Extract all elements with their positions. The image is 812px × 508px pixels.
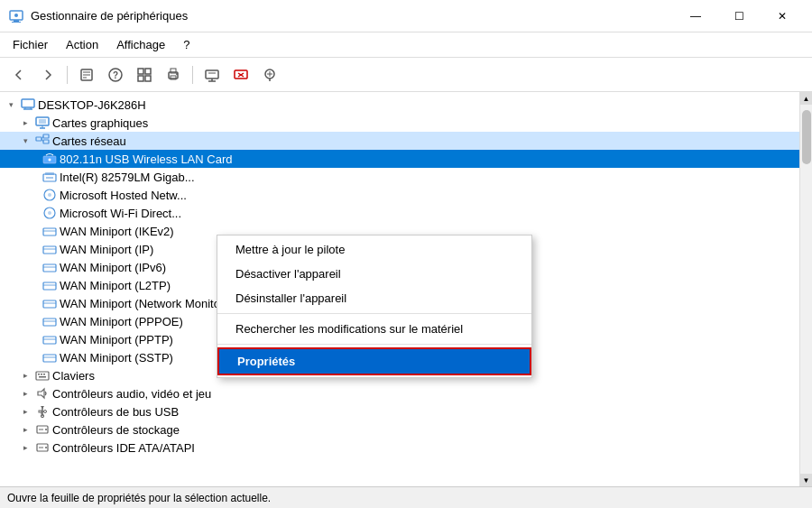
expand-audio[interactable]: ▸ [18, 386, 32, 401]
svg-rect-12 [138, 76, 143, 81]
tree-item-wireless[interactable]: 802.11n USB Wireless LAN Card [0, 150, 799, 168]
tree-item-audio[interactable]: ▸ Contrôleurs audio, vidéo et jeu [0, 384, 799, 402]
keyboard-icon [35, 368, 50, 383]
menu-aide[interactable]: ? [174, 34, 198, 55]
expand-ide[interactable]: ▸ [18, 440, 32, 455]
svg-rect-65 [38, 374, 40, 375]
ctx-scan-hardware[interactable]: Rechercher les modifications sur le maté… [217, 317, 531, 341]
wireless-label: 802.11n USB Wireless LAN Card [60, 152, 232, 166]
audio-icon [35, 386, 50, 401]
wan-ikev2-label: WAN Miniport (IKEv2) [60, 225, 174, 238]
print-button[interactable] [160, 62, 187, 88]
tree-item-usb[interactable]: ▸ Contrôleurs de bus USB [0, 402, 799, 420]
menu-action[interactable]: Action [57, 34, 107, 55]
svg-rect-64 [36, 372, 49, 380]
svg-point-45 [48, 193, 51, 197]
main-area: ▾ DESKTOP-J6K286H ▸ [0, 92, 812, 486]
stockage-label: Contrôleurs de stockage [52, 423, 180, 437]
window-controls: — ☐ ✕ [675, 3, 803, 30]
svg-point-47 [48, 211, 51, 215]
no-expand [32, 314, 40, 328]
menu-affichage[interactable]: Affichage [107, 34, 174, 55]
tree-item-ide[interactable]: ▸ Contrôleurs IDE ATA/ATAPI [0, 439, 799, 457]
ctx-uninstall-device[interactable]: Désinstaller l'appareil [217, 286, 531, 310]
ms-hosted-label: Microsoft Hosted Netw... [60, 189, 187, 202]
wireless-icon [42, 152, 57, 166]
display-icon [35, 115, 50, 130]
ctx-properties[interactable]: Propriétés [217, 347, 531, 375]
intel-label: Intel(R) 82579LM Gigab... [60, 171, 195, 184]
ms-wifi-label: Microsoft Wi-Fi Direct... [60, 207, 181, 220]
scroll-thumb[interactable] [802, 110, 811, 164]
svg-rect-43 [45, 172, 54, 175]
expand-claviers[interactable]: ▸ [18, 368, 32, 383]
scan-button[interactable] [256, 62, 283, 88]
tree-item-cartes-graphiques[interactable]: ▸ Cartes graphiques [0, 114, 799, 132]
svg-point-17 [176, 73, 178, 75]
tree-item-stockage[interactable]: ▸ Contrôleurs de stockage [0, 420, 799, 439]
ide-icon [35, 440, 50, 455]
svg-rect-31 [39, 119, 46, 124]
wan-netmon-label: WAN Miniport (Network Monitor) [60, 297, 228, 310]
expand-cartes-graphiques[interactable]: ▸ [18, 115, 32, 130]
scrollbar[interactable]: ▲ ▼ [799, 92, 812, 486]
scroll-down-button[interactable]: ▼ [800, 474, 813, 486]
svg-rect-2 [12, 22, 21, 23]
network-button[interactable] [198, 62, 226, 88]
close-button[interactable]: ✕ [761, 3, 803, 30]
back-button[interactable] [5, 62, 32, 88]
expand-stockage[interactable]: ▸ [18, 422, 32, 437]
minimize-button[interactable]: — [675, 3, 716, 30]
ctx-disable-device[interactable]: Désactiver l'appareil [217, 262, 531, 286]
wan-icon-1 [42, 224, 57, 238]
device-tree[interactable]: ▾ DESKTOP-J6K286H ▸ [0, 92, 799, 486]
tree-root-label: DESKTOP-J6K286H [38, 98, 146, 112]
svg-rect-35 [43, 134, 49, 138]
tree-root[interactable]: ▾ DESKTOP-J6K286H [0, 96, 799, 114]
claviers-label: Claviers [52, 369, 95, 383]
svg-rect-26 [22, 99, 34, 107]
cartes-graphiques-label: Cartes graphiques [52, 116, 148, 130]
tree-item-intel[interactable]: Intel(R) 82579LM Gigab... [0, 168, 799, 186]
maximize-button[interactable]: ☐ [718, 3, 760, 30]
help-button[interactable]: ? [102, 62, 129, 88]
toolbar: ? [0, 58, 812, 92]
wan-icon-5 [42, 296, 57, 310]
no-expand [32, 242, 40, 256]
svg-point-3 [14, 14, 18, 17]
forward-button[interactable] [34, 62, 61, 88]
ctx-sep-2 [217, 344, 531, 345]
scroll-up-button[interactable]: ▲ [800, 92, 813, 105]
expand-cartes-reseau[interactable]: ▾ [18, 134, 32, 148]
storage-icon [35, 422, 50, 437]
expand-root[interactable]: ▾ [4, 97, 18, 112]
status-text: Ouvre la feuille de propriétés pour la s… [7, 492, 271, 504]
scroll-track [800, 105, 812, 474]
expand-usb[interactable]: ▸ [18, 404, 32, 419]
wan-ipv6-label: WAN Miniport (IPv6) [60, 261, 166, 274]
menu-fichier[interactable]: Fichier [4, 34, 57, 55]
svg-rect-56 [43, 300, 56, 308]
no-expand [32, 260, 40, 274]
svg-rect-13 [145, 76, 151, 81]
view-button[interactable] [131, 62, 158, 88]
no-expand [32, 224, 40, 238]
svg-point-73 [44, 411, 47, 413]
wan-icon-6 [42, 314, 57, 328]
properties-button[interactable] [73, 62, 100, 88]
remove-button[interactable] [227, 62, 254, 88]
svg-rect-18 [206, 70, 218, 79]
wan-pptp-label: WAN Miniport (PPTP) [60, 333, 173, 346]
toolbar-sep-2 [192, 66, 193, 84]
tree-item-ms-wifi[interactable]: Microsoft Wi-Fi Direct... [0, 204, 799, 222]
wan-icon-8 [42, 350, 57, 365]
no-expand [32, 332, 40, 346]
window-title: Gestionnaire de périphériques [31, 9, 668, 23]
tree-item-cartes-reseau[interactable]: ▾ Cartes réseau [0, 132, 799, 150]
wan-l2tp-label: WAN Miniport (L2TP) [60, 279, 171, 292]
svg-rect-54 [43, 282, 56, 290]
tree-item-ms-hosted[interactable]: Microsoft Hosted Netw... [0, 186, 799, 204]
svg-rect-66 [41, 374, 42, 375]
svg-rect-34 [36, 137, 42, 141]
ctx-update-driver[interactable]: Mettre à jour le pilote [217, 237, 531, 262]
